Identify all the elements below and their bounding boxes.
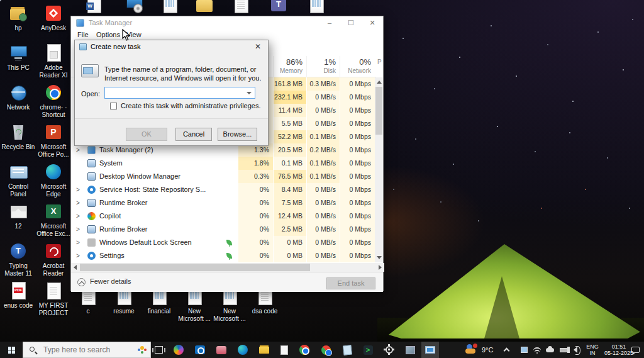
desktop-icon-microsoft-edge[interactable]: Microsoft Edge bbox=[36, 162, 70, 198]
expand-chevron-icon[interactable]: > bbox=[76, 210, 82, 223]
desktop-icon-control-panel[interactable]: Control Panel bbox=[1, 162, 35, 198]
admin-privileges-checkbox-row[interactable]: Create this task with administrative pri… bbox=[110, 102, 261, 109]
process-row-runtime-broker[interactable]: >Runtime Broker0%7.5 MB0 MB/s0 Mbps bbox=[71, 196, 376, 210]
notepad-icon bbox=[280, 345, 288, 355]
taskbar-icon-outlook[interactable] bbox=[191, 342, 209, 358]
scroll-right-arrow[interactable] bbox=[379, 265, 382, 270]
desktop-icon-this-pc[interactable]: This PC bbox=[1, 43, 35, 72]
taskbar-icon-app-pink[interactable] bbox=[213, 342, 230, 358]
desktop-icon-label: New Microsoft ... bbox=[213, 308, 247, 323]
desktop-icon-top-doc-plain[interactable] bbox=[224, 0, 258, 14]
wifi-icon[interactable] bbox=[533, 347, 541, 354]
dialog-title-bar[interactable]: Create new task ✕ bbox=[75, 40, 268, 53]
taskbar-icon-chrome-blue[interactable] bbox=[317, 342, 335, 358]
expand-chevron-icon[interactable]: > bbox=[76, 183, 82, 196]
taskbar-icon-file-explorer[interactable] bbox=[255, 342, 273, 358]
process-row-copilot[interactable]: >Copilot0%12.4 MB0 MB/s0 Mbps bbox=[71, 210, 376, 223]
search-input[interactable] bbox=[42, 345, 130, 355]
column-header-disk[interactable]: 1% Disk bbox=[306, 56, 340, 77]
maximize-button[interactable]: ☐ bbox=[340, 16, 362, 30]
taskbar-search[interactable] bbox=[23, 342, 151, 358]
taskbar-icon-task-manager[interactable] bbox=[421, 342, 439, 358]
cancel-button[interactable]: Cancel bbox=[175, 128, 212, 141]
desktop-icon-anydesk[interactable]: AnyDesk bbox=[36, 4, 70, 32]
desktop-icon-top-teams[interactable] bbox=[262, 0, 296, 14]
process-row-runtime-broker[interactable]: >Runtime Broker0%2.5 MB0 MB/s0 Mbps bbox=[71, 223, 376, 236]
expand-chevron-icon[interactable]: > bbox=[76, 223, 82, 236]
dialog-close-icon[interactable]: ✕ bbox=[253, 42, 263, 52]
process-row-service-host-state-repository-s[interactable]: >Service Host: State Repository S...0%8.… bbox=[71, 183, 376, 196]
desktop-icon-recycle-bin[interactable]: Recycle Bin bbox=[1, 123, 35, 151]
desktop-icon-top-doc-grid[interactable] bbox=[153, 0, 187, 14]
taskbar-icon-settings-gear[interactable] bbox=[380, 342, 398, 358]
desktop-icon-network[interactable]: Network bbox=[1, 83, 35, 111]
onedrive-icon[interactable] bbox=[546, 348, 554, 352]
vertical-scroll-thumb[interactable] bbox=[375, 87, 382, 135]
taskbar-icon-photos[interactable] bbox=[401, 342, 419, 358]
column-header-network[interactable]: 0% Network bbox=[340, 56, 375, 77]
process-row-system[interactable]: System1.8%0.1 MB0.1 MB/s0 Mbps bbox=[71, 157, 376, 170]
open-input[interactable] bbox=[107, 88, 242, 98]
menu-file[interactable]: File bbox=[77, 31, 89, 38]
desktop-icon-new-microsoft[interactable]: New Microsoft ... bbox=[213, 287, 247, 323]
desktop-icon-top-word[interactable] bbox=[77, 0, 111, 14]
temperature[interactable]: 9°C bbox=[482, 346, 493, 354]
close-button[interactable]: ✕ bbox=[362, 16, 383, 30]
process-row-windows-default-lock-screen[interactable]: >Windows Default Lock Screen0%0 MB0 MB/s… bbox=[71, 236, 376, 249]
desktop-icon-top-doc-grid[interactable] bbox=[299, 0, 333, 14]
desktop-icon-microsoft-office-exc[interactable]: Microsoft Office Exc... bbox=[36, 202, 70, 238]
controlpanel-icon bbox=[9, 162, 28, 181]
chevron-down-icon[interactable] bbox=[247, 92, 252, 94]
tray-window-icon[interactable] bbox=[521, 347, 528, 353]
fewer-details-toggle[interactable]: Fewer details bbox=[77, 277, 131, 285]
taskbar-icon-copilot[interactable] bbox=[170, 342, 187, 358]
desktop-icon-hp[interactable]: hp bbox=[1, 4, 35, 32]
end-task-button[interactable]: End task bbox=[326, 277, 375, 289]
desktop-icon-top-media[interactable] bbox=[117, 0, 151, 14]
menu-options[interactable]: Options bbox=[96, 31, 120, 38]
vertical-scrollbar[interactable] bbox=[375, 77, 383, 262]
scroll-left-arrow[interactable] bbox=[74, 265, 77, 270]
desktop-icon-label: AnyDesk bbox=[36, 25, 70, 32]
taskbar-icon-edge[interactable] bbox=[234, 342, 252, 358]
title-bar[interactable]: Task Manager – ☐ ✕ bbox=[71, 16, 383, 30]
taskbar-icon-chrome[interactable] bbox=[296, 342, 313, 358]
desktop-icon-my-first-project[interactable]: MY FIRST PROJECT bbox=[36, 281, 70, 317]
action-center-icon[interactable] bbox=[631, 347, 640, 353]
process-row-settings[interactable]: >Settings0%0 MB0 MB/s0 Mbps bbox=[71, 249, 376, 262]
taskbar-icon-stream-green[interactable] bbox=[359, 342, 377, 358]
checkbox[interactable] bbox=[110, 103, 117, 109]
expand-chevron-icon[interactable]: > bbox=[76, 236, 82, 249]
clock[interactable]: 01:51 05-12-2025 bbox=[602, 344, 635, 356]
minimize-button[interactable]: – bbox=[319, 16, 340, 30]
expand-chevron-icon[interactable]: > bbox=[76, 196, 82, 210]
language-indicator[interactable]: ENG IN bbox=[585, 344, 600, 356]
taskbar-icon-notepad[interactable] bbox=[275, 342, 293, 358]
speaker-icon[interactable] bbox=[574, 347, 577, 353]
expand-chevron-icon[interactable]: > bbox=[76, 249, 82, 262]
memory-cell: 7.5 MB bbox=[273, 196, 306, 210]
open-combobox[interactable] bbox=[104, 87, 255, 99]
desktop-icon-adobe-reader-xi[interactable]: Adobe Reader XI bbox=[36, 43, 70, 79]
desktop-icon-chrome-shortcut[interactable]: chrome- -Shortcut bbox=[36, 83, 70, 119]
column-header-memory[interactable]: 86% Memory bbox=[273, 56, 306, 77]
tray-chevron-up-icon[interactable] bbox=[504, 348, 510, 354]
desktop-icon-microsoft-office-po[interactable]: Microsoft Office Po... bbox=[36, 123, 70, 159]
desktop-icon-new-microsoft[interactable]: New Microsoft ... bbox=[177, 287, 211, 323]
process-row-desktop-window-manager[interactable]: Desktop Window Manager0.3%76.5 MB0.1 MB/… bbox=[71, 170, 376, 183]
horizontal-scroll-thumb[interactable] bbox=[80, 264, 310, 271]
desktop-icon-typing-master-11[interactable]: Typing Master 11 bbox=[1, 242, 35, 277]
horizontal-scrollbar[interactable] bbox=[71, 263, 384, 272]
desktop-icon-enus-code[interactable]: enus code bbox=[1, 281, 35, 310]
desktop-icon-top-folder[interactable] bbox=[187, 0, 221, 14]
scroll-up-arrow[interactable] bbox=[377, 81, 382, 84]
desktop-icon-12[interactable]: 12 bbox=[1, 202, 35, 230]
browse-button[interactable]: Browse... bbox=[218, 128, 257, 141]
taskbar-icon-journal[interactable] bbox=[338, 342, 356, 358]
desktop-icon-acrobat-reader[interactable]: Acrobat Reader bbox=[36, 242, 70, 277]
ok-button[interactable]: OK bbox=[126, 128, 167, 141]
network-cell: 0 Mbps bbox=[340, 249, 375, 262]
scroll-down-arrow[interactable] bbox=[377, 256, 382, 259]
start-button[interactable] bbox=[0, 342, 23, 358]
taskbar-icon-task-view[interactable] bbox=[150, 342, 167, 358]
